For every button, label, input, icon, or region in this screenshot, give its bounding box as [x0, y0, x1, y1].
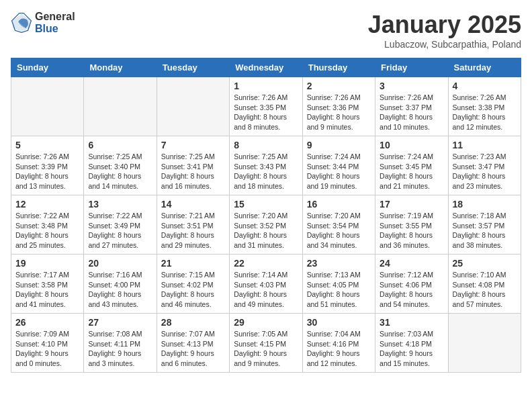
day-number: 15: [234, 199, 298, 210]
calendar-cell: 24Sunrise: 7:12 AM Sunset: 4:06 PM Dayli…: [375, 255, 448, 314]
day-number: 7: [161, 140, 225, 150]
day-info: Sunrise: 7:20 AM Sunset: 3:52 PM Dayligh…: [234, 211, 298, 250]
week-row-1: 1Sunrise: 7:26 AM Sunset: 3:35 PM Daylig…: [11, 77, 521, 136]
day-info: Sunrise: 7:14 AM Sunset: 4:03 PM Dayligh…: [234, 270, 298, 310]
calendar-cell: 12Sunrise: 7:22 AM Sunset: 3:48 PM Dayli…: [11, 195, 84, 255]
day-info: Sunrise: 7:26 AM Sunset: 3:35 PM Dayligh…: [234, 93, 298, 132]
calendar-cell: [157, 77, 229, 136]
calendar-cell: 31Sunrise: 7:03 AM Sunset: 4:18 PM Dayli…: [375, 314, 448, 373]
day-number: 8: [234, 140, 298, 150]
weekday-header-tuesday: Tuesday: [157, 58, 229, 77]
day-info: Sunrise: 7:22 AM Sunset: 3:48 PM Dayligh…: [15, 211, 79, 250]
day-number: 20: [88, 258, 152, 269]
day-info: Sunrise: 7:25 AM Sunset: 3:40 PM Dayligh…: [88, 152, 152, 191]
day-info: Sunrise: 7:21 AM Sunset: 3:51 PM Dayligh…: [161, 211, 225, 250]
calendar-cell: 10Sunrise: 7:24 AM Sunset: 3:45 PM Dayli…: [375, 136, 448, 195]
day-info: Sunrise: 7:17 AM Sunset: 3:58 PM Dayligh…: [15, 270, 79, 310]
calendar-cell: 4Sunrise: 7:26 AM Sunset: 3:38 PM Daylig…: [448, 77, 521, 136]
day-info: Sunrise: 7:12 AM Sunset: 4:06 PM Dayligh…: [380, 270, 443, 310]
calendar-cell: 14Sunrise: 7:21 AM Sunset: 3:51 PM Dayli…: [157, 195, 229, 255]
day-number: 25: [453, 258, 517, 269]
day-number: 3: [380, 81, 443, 91]
day-info: Sunrise: 7:22 AM Sunset: 3:49 PM Dayligh…: [88, 211, 152, 250]
month-title: January 2025: [368, 11, 521, 39]
calendar-cell: 23Sunrise: 7:13 AM Sunset: 4:05 PM Dayli…: [302, 255, 375, 314]
calendar-cell: [84, 77, 157, 136]
weekday-header-monday: Monday: [84, 58, 157, 77]
day-number: 6: [88, 140, 152, 150]
day-info: Sunrise: 7:20 AM Sunset: 3:54 PM Dayligh…: [307, 211, 371, 250]
weekday-header-wednesday: Wednesday: [230, 58, 302, 77]
week-row-3: 12Sunrise: 7:22 AM Sunset: 3:48 PM Dayli…: [11, 195, 521, 255]
calendar-cell: 18Sunrise: 7:18 AM Sunset: 3:57 PM Dayli…: [448, 195, 521, 255]
weekday-header-row: SundayMondayTuesdayWednesdayThursdayFrid…: [11, 58, 521, 77]
calendar-cell: 25Sunrise: 7:10 AM Sunset: 4:08 PM Dayli…: [448, 255, 521, 314]
day-info: Sunrise: 7:26 AM Sunset: 3:36 PM Dayligh…: [307, 93, 371, 132]
day-number: 28: [161, 317, 225, 328]
calendar-cell: 8Sunrise: 7:25 AM Sunset: 3:43 PM Daylig…: [230, 136, 302, 195]
day-info: Sunrise: 7:13 AM Sunset: 4:05 PM Dayligh…: [307, 270, 371, 310]
day-number: 9: [307, 140, 371, 150]
location-subtitle: Lubaczow, Subcarpathia, Poland: [368, 39, 521, 50]
calendar-cell: [448, 314, 521, 373]
calendar-cell: 30Sunrise: 7:04 AM Sunset: 4:16 PM Dayli…: [302, 314, 375, 373]
week-row-5: 26Sunrise: 7:09 AM Sunset: 4:10 PM Dayli…: [11, 314, 521, 373]
day-number: 23: [307, 258, 371, 269]
day-info: Sunrise: 7:05 AM Sunset: 4:15 PM Dayligh…: [234, 329, 298, 369]
day-number: 10: [380, 140, 443, 150]
day-number: 14: [161, 199, 225, 210]
day-info: Sunrise: 7:24 AM Sunset: 3:44 PM Dayligh…: [307, 152, 371, 191]
page-header: General Blue January 2025 Lubaczow, Subc…: [11, 11, 521, 50]
logo-icon: [11, 12, 32, 34]
week-row-2: 5Sunrise: 7:26 AM Sunset: 3:39 PM Daylig…: [11, 136, 521, 195]
calendar-cell: 19Sunrise: 7:17 AM Sunset: 3:58 PM Dayli…: [11, 255, 84, 314]
day-info: Sunrise: 7:07 AM Sunset: 4:13 PM Dayligh…: [161, 329, 225, 369]
calendar-cell: 7Sunrise: 7:25 AM Sunset: 3:41 PM Daylig…: [157, 136, 229, 195]
day-number: 17: [380, 199, 443, 210]
day-number: 26: [15, 317, 79, 328]
calendar-cell: 6Sunrise: 7:25 AM Sunset: 3:40 PM Daylig…: [84, 136, 157, 195]
day-number: 19: [15, 258, 79, 269]
calendar-cell: 13Sunrise: 7:22 AM Sunset: 3:49 PM Dayli…: [84, 195, 157, 255]
calendar-cell: 2Sunrise: 7:26 AM Sunset: 3:36 PM Daylig…: [302, 77, 375, 136]
logo-blue-text: Blue: [35, 23, 75, 35]
logo-general-text: General: [35, 11, 75, 23]
day-number: 24: [380, 258, 443, 269]
calendar-cell: 15Sunrise: 7:20 AM Sunset: 3:52 PM Dayli…: [230, 195, 302, 255]
day-info: Sunrise: 7:19 AM Sunset: 3:55 PM Dayligh…: [380, 211, 443, 250]
calendar-table: SundayMondayTuesdayWednesdayThursdayFrid…: [11, 58, 521, 373]
day-info: Sunrise: 7:16 AM Sunset: 4:00 PM Dayligh…: [88, 270, 152, 310]
day-number: 18: [453, 199, 517, 210]
calendar-cell: 11Sunrise: 7:23 AM Sunset: 3:47 PM Dayli…: [448, 136, 521, 195]
calendar-cell: 1Sunrise: 7:26 AM Sunset: 3:35 PM Daylig…: [230, 77, 302, 136]
day-info: Sunrise: 7:18 AM Sunset: 3:57 PM Dayligh…: [453, 211, 517, 250]
weekday-header-thursday: Thursday: [302, 58, 375, 77]
calendar-cell: 21Sunrise: 7:15 AM Sunset: 4:02 PM Dayli…: [157, 255, 229, 314]
title-block: January 2025 Lubaczow, Subcarpathia, Pol…: [368, 11, 521, 50]
day-number: 30: [307, 317, 371, 328]
day-info: Sunrise: 7:09 AM Sunset: 4:10 PM Dayligh…: [15, 329, 79, 369]
day-info: Sunrise: 7:15 AM Sunset: 4:02 PM Dayligh…: [161, 270, 225, 310]
calendar-cell: 5Sunrise: 7:26 AM Sunset: 3:39 PM Daylig…: [11, 136, 84, 195]
day-number: 13: [88, 199, 152, 210]
day-info: Sunrise: 7:25 AM Sunset: 3:43 PM Dayligh…: [234, 152, 298, 191]
logo-text: General Blue: [35, 11, 75, 35]
day-info: Sunrise: 7:23 AM Sunset: 3:47 PM Dayligh…: [453, 152, 517, 191]
day-number: 12: [15, 199, 79, 210]
day-number: 1: [234, 81, 298, 91]
weekday-header-sunday: Sunday: [11, 58, 84, 77]
day-number: 29: [234, 317, 298, 328]
weekday-header-saturday: Saturday: [448, 58, 521, 77]
logo: General Blue: [11, 11, 75, 35]
day-info: Sunrise: 7:04 AM Sunset: 4:16 PM Dayligh…: [307, 329, 371, 369]
weekday-header-friday: Friday: [375, 58, 448, 77]
calendar-cell: [11, 77, 84, 136]
day-number: 11: [453, 140, 517, 150]
day-info: Sunrise: 7:26 AM Sunset: 3:39 PM Dayligh…: [15, 152, 79, 191]
day-info: Sunrise: 7:26 AM Sunset: 3:37 PM Dayligh…: [380, 93, 443, 132]
day-info: Sunrise: 7:10 AM Sunset: 4:08 PM Dayligh…: [453, 270, 517, 310]
day-info: Sunrise: 7:03 AM Sunset: 4:18 PM Dayligh…: [380, 329, 443, 369]
day-info: Sunrise: 7:24 AM Sunset: 3:45 PM Dayligh…: [380, 152, 443, 191]
day-info: Sunrise: 7:26 AM Sunset: 3:38 PM Dayligh…: [453, 93, 517, 132]
day-number: 21: [161, 258, 225, 269]
